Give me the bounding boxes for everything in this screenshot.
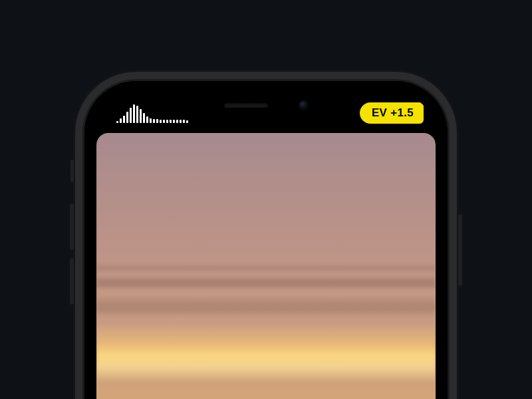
histogram-icon[interactable] xyxy=(116,103,188,123)
front-camera xyxy=(299,100,309,110)
screen: EV +1.5 xyxy=(96,93,436,399)
phone-frame: EV +1.5 xyxy=(84,81,448,399)
viewfinder-cloud xyxy=(96,295,436,318)
power-button[interactable] xyxy=(458,214,462,286)
viewfinder-cloud xyxy=(96,263,436,273)
volume-down-button[interactable] xyxy=(70,258,74,305)
camera-viewfinder[interactable] xyxy=(96,133,436,399)
viewfinder-horizon-glow xyxy=(96,323,436,382)
mute-switch[interactable] xyxy=(70,160,74,182)
notch xyxy=(185,93,347,117)
volume-up-button[interactable] xyxy=(70,203,74,250)
viewfinder-cloud xyxy=(96,275,436,290)
exposure-value-badge[interactable]: EV +1.5 xyxy=(360,102,424,124)
earpiece-speaker xyxy=(224,103,268,108)
